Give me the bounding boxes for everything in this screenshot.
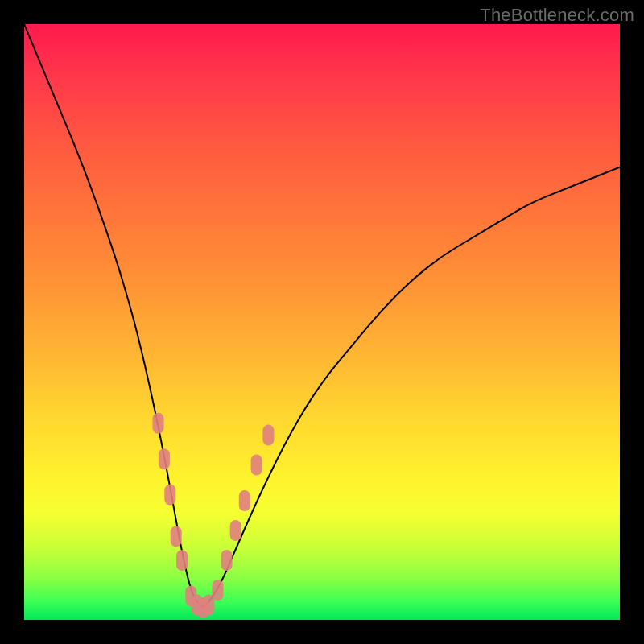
marker-dot — [176, 550, 188, 571]
marker-dots — [153, 413, 275, 618]
plot-area — [24, 24, 620, 620]
marker-dot — [164, 485, 175, 506]
curve-layer — [24, 24, 620, 620]
marker-dot — [251, 455, 262, 476]
bottleneck-curve — [24, 24, 620, 606]
marker-dot — [239, 490, 250, 511]
marker-dot — [153, 413, 164, 434]
marker-dot — [171, 526, 182, 547]
marker-dot — [203, 595, 214, 616]
watermark-text: TheBottleneck.com — [480, 5, 634, 26]
bottleneck-curve-path — [24, 24, 620, 606]
marker-dot — [213, 580, 224, 601]
marker-dot — [159, 448, 170, 469]
marker-dot — [221, 550, 233, 571]
chart-stage: TheBottleneck.com — [0, 0, 644, 644]
marker-dot — [262, 425, 274, 446]
marker-dot — [230, 520, 242, 541]
